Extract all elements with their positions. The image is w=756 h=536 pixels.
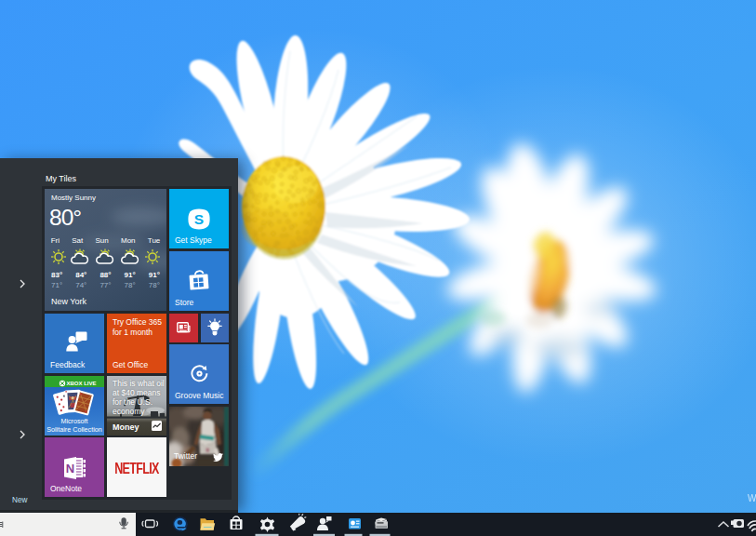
svg-text:S: S bbox=[193, 211, 203, 227]
svg-text:N: N bbox=[66, 462, 74, 476]
svg-text:XBOX LIVE: XBOX LIVE bbox=[67, 381, 97, 386]
svg-text:W: W bbox=[748, 493, 756, 503]
